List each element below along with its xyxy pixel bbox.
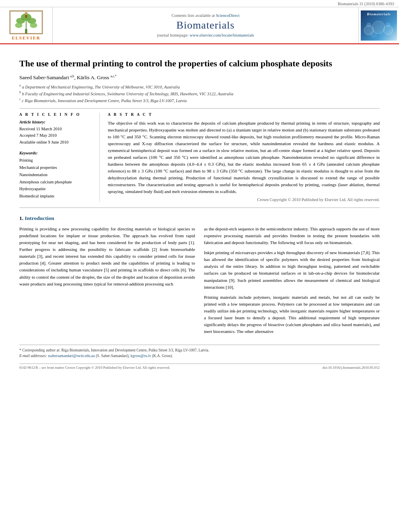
elsevier-tree-icon — [8, 10, 44, 35]
elsevier-logo-area: ELSEVIER — [0, 7, 52, 43]
intro-para-3: Inkjet printing of microarrays provides … — [204, 249, 380, 290]
available-date: Available online 9 June 2010 — [19, 139, 95, 146]
article-title: The use of thermal printing to control t… — [19, 58, 380, 70]
svg-point-6 — [30, 23, 37, 28]
intro-col1: Printing is providing a new processing c… — [19, 226, 195, 338]
svg-point-14 — [370, 31, 377, 37]
article-info-abstract: A R T I C L E I N F O Article history: R… — [19, 113, 380, 202]
svg-rect-8 — [25, 15, 27, 18]
received-date: Received 11 March 2010 — [19, 126, 95, 133]
affiliations: a a Department of Mechanical Engineering… — [19, 83, 380, 104]
keyword-biomedical: Biomedical implants — [19, 193, 95, 200]
introduction-section: 1. Introduction Printing is providing a … — [19, 215, 380, 338]
footnote-area: * Corresponding author at: Riga Biomater… — [19, 345, 380, 359]
elsevier-logo: ELSEVIER — [8, 10, 44, 40]
biomaterials-logo-graphic — [361, 16, 396, 38]
biomaterials-logo-text: Biomaterials — [367, 12, 391, 16]
history-label: Article history: — [19, 120, 95, 124]
svg-point-17 — [386, 23, 391, 27]
intro-para-1: Printing is providing a new processing c… — [19, 226, 195, 287]
journal-homepage: journal homepage: www.elsevier.com/locat… — [157, 33, 254, 37]
intro-heading: Introduction — [25, 215, 54, 221]
article-info-column: A R T I C L E I N F O Article history: R… — [19, 113, 100, 202]
doi-text: doi:10.1016/j.biomaterials.2010.05.012 — [323, 366, 380, 370]
elsevier-wordmark: ELSEVIER — [12, 35, 41, 40]
intro-col2: as the deposit-etch sequence in the semi… — [204, 226, 380, 338]
journal-title: Biomaterials — [177, 19, 235, 31]
intro-para-2: as the deposit-etch sequence in the semi… — [204, 226, 380, 246]
authors-line: Saeed Saber-Samandari a,b, Kārlis A. Gro… — [19, 74, 380, 81]
abstract-column: A B S T R A C T The objective of this wo… — [108, 113, 380, 202]
copyright-line: Crown Copyright © 2010 Published by Else… — [108, 197, 380, 202]
svg-point-5 — [15, 23, 22, 28]
journal-header: ELSEVIER Contents lists available at Sci… — [0, 7, 399, 44]
svg-point-15 — [380, 31, 387, 37]
email1-person: (S. Saber-Samandari), — [96, 354, 130, 358]
keyword-hydroxyapatite: Hydroxyapatite — [19, 185, 95, 193]
citation-bar: Biomaterials 31 (2010) 6386–6393 — [0, 0, 399, 7]
journal-title-area: Contents lists available at ScienceDirec… — [52, 7, 359, 43]
svg-point-16 — [366, 23, 371, 27]
divider-2 — [19, 207, 380, 208]
citation-text: Biomaterials 31 (2010) 6386–6393 — [338, 2, 394, 6]
email1-link[interactable]: ssabersamandari@swin.edu.au — [48, 354, 95, 358]
biomaterials-logo-box: Biomaterials — [361, 10, 397, 41]
corresponding-author-note: * Corresponding author at: Riga Biomater… — [19, 347, 380, 353]
bottom-bar: 0142-9612/$ – see front matter Crown Cop… — [19, 364, 380, 370]
keyword-amorphous: Amorphous calcium phosphate — [19, 179, 95, 186]
sciencedirect-line: Contents lists available at ScienceDirec… — [171, 13, 239, 18]
keyword-printing: Printing — [19, 157, 95, 164]
svg-rect-0 — [25, 29, 27, 33]
affiliation-b: b b Faculty of Engineering and Industria… — [19, 90, 380, 97]
divider-1 — [19, 108, 380, 109]
abstract-text: The objective of this work was to charac… — [108, 120, 380, 195]
article-info-label: A R T I C L E I N F O — [19, 113, 95, 117]
intro-body: Printing is providing a new processing c… — [19, 226, 380, 338]
intro-number: 1. — [19, 215, 23, 221]
intro-heading-line: 1. Introduction — [19, 215, 380, 222]
abstract-label: A B S T R A C T — [108, 113, 380, 117]
keyword-nanoindentation: Nanoindentation — [19, 171, 95, 179]
affiliation-a: a a Department of Mechanical Engineering… — [19, 83, 380, 90]
issn-text: 0142-9612/$ – see front matter Crown Cop… — [19, 366, 170, 370]
main-content: The use of thermal printing to control t… — [0, 44, 399, 374]
email2-link[interactable]: kgross@ru.lv — [131, 354, 151, 358]
accepted-date: Accepted 7 May 2010 — [19, 132, 95, 139]
email2-person: (K.A. Gross). — [152, 354, 173, 358]
affiliation-c: c c Riga Biomaterials, Innovation and De… — [19, 97, 380, 104]
intro-para-4: Printing materials include polymers, ino… — [204, 294, 380, 335]
keywords-label: Keywords: — [19, 151, 95, 155]
author-karlis: Kārlis A. Gross a,c,* — [77, 74, 117, 80]
email-footnote: E-mail addresses: ssabersamandari@swin.e… — [19, 353, 380, 359]
svg-point-7 — [25, 12, 27, 15]
sciencedirect-link[interactable]: ScienceDirect — [216, 13, 240, 18]
journal-homepage-link[interactable]: www.elsevier.com/locate/biomaterials — [189, 33, 254, 37]
biomaterials-logo-area: Biomaterials — [359, 7, 399, 43]
keyword-mechanical: Mechanical properties — [19, 164, 95, 171]
author-saeed: Saeed Saber-Samandari a,b — [19, 74, 74, 80]
